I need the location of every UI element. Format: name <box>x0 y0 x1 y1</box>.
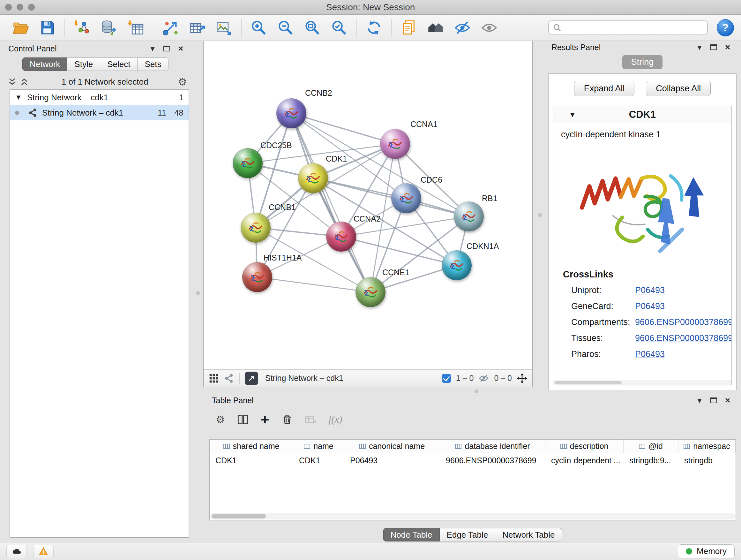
network-row[interactable]: String Network – cdk1 11 48 <box>10 105 189 120</box>
open-in-new-window-button[interactable] <box>245 372 258 385</box>
warnings-button[interactable] <box>33 545 54 558</box>
network-node-rb1[interactable] <box>454 201 484 232</box>
close-panel-icon[interactable] <box>722 395 733 405</box>
column-header-canonical-name[interactable]: canonical name <box>344 440 440 453</box>
open-session-button[interactable] <box>7 17 34 38</box>
crosslink-uniprot-[interactable]: P06493 <box>635 286 665 295</box>
import-network-database-button[interactable] <box>95 17 122 38</box>
float-panel-icon[interactable] <box>708 395 719 405</box>
collapse-panel-icon[interactable]: ▾ <box>694 395 705 405</box>
crosslink-genecard-[interactable]: P06493 <box>635 301 665 311</box>
network-node-ccnb1[interactable] <box>241 212 271 243</box>
network-node-cdk1[interactable] <box>298 163 328 193</box>
search-box[interactable] <box>548 20 708 35</box>
zoom-selected-button[interactable] <box>326 17 353 38</box>
crosslink-pharos-[interactable]: P06493 <box>635 349 665 359</box>
show-all-button[interactable] <box>476 17 502 38</box>
network-table-button[interactable] <box>184 17 211 38</box>
toolbar-separator <box>391 19 392 37</box>
tab-node-table[interactable]: Node Table <box>383 528 440 542</box>
network-node-hist1h1a[interactable] <box>242 262 272 292</box>
protein-thumbnail <box>386 136 404 152</box>
columns-icon[interactable] <box>237 414 249 425</box>
copy-document-button[interactable] <box>395 17 422 38</box>
app-window: Session: New Session <box>0 0 741 560</box>
table-horizontal-scrollbar[interactable] <box>210 513 735 519</box>
window-title: Session: New Session <box>0 2 741 12</box>
float-panel-icon[interactable] <box>161 44 172 53</box>
float-panel-icon[interactable] <box>708 43 719 52</box>
memory-button[interactable]: Memory <box>678 544 735 558</box>
zoom-in-button[interactable] <box>246 17 272 38</box>
search-input[interactable] <box>564 23 703 32</box>
network-node-cdc25b[interactable] <box>232 148 263 178</box>
tab-style[interactable]: Style <box>67 57 100 71</box>
table-column-icon <box>455 444 461 449</box>
close-panel-icon[interactable] <box>175 44 186 53</box>
tree-caret-icon[interactable]: ▼ <box>15 93 22 102</box>
refresh-button[interactable] <box>360 17 387 38</box>
column-header-database-identifier[interactable]: database identifier <box>440 440 545 453</box>
grid-icon[interactable] <box>209 373 219 383</box>
crosslink-tissues-[interactable]: 9606.ENSP00000378699 <box>635 333 732 343</box>
collapse-entry-icon[interactable]: ▼ <box>569 110 576 119</box>
collection-count: 1 <box>179 92 184 103</box>
expand-all-button[interactable]: Expand All <box>574 81 635 96</box>
node-details-header[interactable]: ▼ CDK1 <box>553 106 731 123</box>
column-header--id[interactable]: @id <box>623 440 678 453</box>
vertical-splitter-handle[interactable] <box>196 291 200 295</box>
column-header-description[interactable]: description <box>545 440 623 453</box>
collapse-all-icon[interactable] <box>20 77 29 86</box>
zoom-fit-button[interactable] <box>299 17 326 38</box>
network-node-label: CCNE1 <box>382 268 409 277</box>
network-node-ccne1[interactable] <box>355 277 386 307</box>
collapse-all-button[interactable]: Collapse All <box>646 81 711 96</box>
help-button[interactable]: ? <box>717 19 734 37</box>
tab-edge-table[interactable]: Edge Table <box>440 528 495 542</box>
network-node-ccna2[interactable] <box>326 222 356 252</box>
selected-checkbox[interactable] <box>442 374 451 383</box>
tab-string[interactable]: String <box>622 55 663 69</box>
cloud-icon <box>11 547 22 556</box>
gear-icon[interactable]: ⚙ <box>178 77 187 87</box>
collapse-panel-icon[interactable]: ▾ <box>694 43 705 52</box>
new-network-from-selection-button[interactable] <box>157 17 184 38</box>
import-table-button[interactable] <box>122 17 149 38</box>
hide-selected-button[interactable] <box>449 17 476 38</box>
network-node-cdkn1a[interactable] <box>442 250 472 280</box>
table-row[interactable]: CDK1CDK1P064939606.ENSP00000378699cyclin… <box>210 453 736 468</box>
tab-sets[interactable]: Sets <box>138 57 169 71</box>
tab-network-table[interactable]: Network Table <box>495 528 562 542</box>
vertical-splitter-handle[interactable] <box>538 213 542 217</box>
delete-table-icon <box>305 414 317 425</box>
export-image-button[interactable] <box>211 17 238 38</box>
crosslink-compartments-[interactable]: 9606.ENSP00000378699 <box>635 317 732 327</box>
home-view-button[interactable] <box>422 17 449 38</box>
crosshair-move-icon[interactable] <box>517 373 527 383</box>
tab-select[interactable]: Select <box>100 57 138 71</box>
hidden-eye-slash-icon[interactable] <box>479 373 489 383</box>
trash-icon[interactable] <box>281 414 293 425</box>
table-settings-gear-icon[interactable]: ⚙ <box>216 415 225 425</box>
column-header-shared-name[interactable]: shared name <box>210 440 293 453</box>
network-node-label: RB1 <box>482 194 497 203</box>
share-icon[interactable] <box>224 373 234 383</box>
network-collection-row[interactable]: ▼ String Network – cdk1 1 <box>10 90 189 105</box>
tab-network[interactable]: Network <box>22 57 67 71</box>
save-session-button[interactable] <box>34 17 61 38</box>
expand-all-icon[interactable] <box>8 77 17 86</box>
horizontal-splitter-handle[interactable] <box>475 389 478 393</box>
import-network-file-button[interactable] <box>69 17 95 38</box>
network-canvas[interactable]: CCNB2 CCNA1 CDC25B CDK1 <box>204 41 532 369</box>
network-node-ccna1[interactable] <box>380 129 410 159</box>
column-header-namespac[interactable]: namespac <box>678 440 736 453</box>
collapse-panel-icon[interactable]: ▾ <box>147 44 158 53</box>
close-panel-icon[interactable] <box>722 43 733 52</box>
network-node-cdc6[interactable] <box>391 183 421 213</box>
results-horizontal-scrollbar[interactable] <box>553 380 731 385</box>
zoom-out-button[interactable] <box>272 17 299 38</box>
cloud-button[interactable] <box>6 545 27 558</box>
column-header-name[interactable]: name <box>293 440 344 453</box>
add-column-icon[interactable]: + <box>261 412 269 427</box>
network-node-ccnb2[interactable] <box>276 98 307 128</box>
